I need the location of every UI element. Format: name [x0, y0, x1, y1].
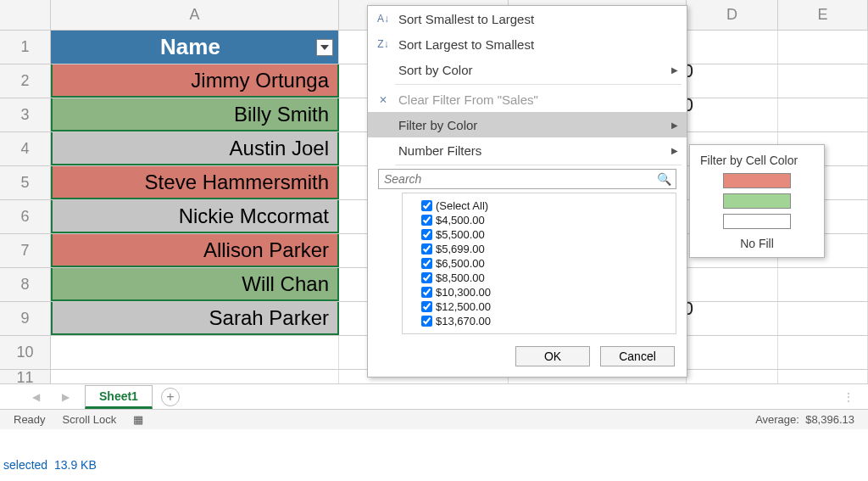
row-header-9[interactable]: 9	[0, 302, 51, 335]
tab-nav-prev[interactable]: ◀	[25, 391, 47, 403]
color-swatch-red[interactable]	[723, 173, 791, 188]
filter-search: 🔍	[378, 169, 676, 189]
menu-sort-asc[interactable]: A↓ Sort Smallest to Largest	[368, 6, 687, 31]
add-sheet-button[interactable]: +	[161, 388, 180, 406]
sort-asc-icon: A↓	[375, 13, 392, 25]
status-ready: Ready	[14, 413, 46, 426]
filter-value-item[interactable]: $13,670.00	[409, 314, 669, 328]
filter-value-checkbox[interactable]	[421, 200, 432, 211]
cell-A10[interactable]	[51, 336, 339, 369]
cell-A8[interactable]: Will Chan	[51, 268, 339, 301]
color-swatch-white[interactable]	[723, 214, 791, 229]
filter-value-item[interactable]: $10,300.00	[409, 285, 669, 299]
cell-A5[interactable]: Steve Hammersmith	[51, 166, 339, 199]
selection-footer: selected 13.9 KB	[3, 458, 97, 472]
filter-value-item[interactable]: $5,500.00	[409, 227, 669, 242]
cell-E2[interactable]	[778, 64, 868, 98]
menu-number-filters[interactable]: Number Filters ▶	[368, 137, 687, 163]
filter-value-checkbox[interactable]	[421, 316, 432, 327]
tab-nav-next[interactable]: ▶	[55, 391, 76, 403]
filter-value-checkbox[interactable]	[421, 272, 432, 283]
filter-value-checkbox[interactable]	[421, 258, 432, 269]
cell-A7[interactable]: Allison Parker	[51, 234, 339, 267]
row-header-3[interactable]: 3	[0, 98, 51, 131]
filter-value-checkbox[interactable]	[421, 287, 432, 298]
sheet-tab-bar: ◀ ▶ Sheet1 + ⋮	[0, 383, 868, 409]
search-icon: 🔍	[657, 172, 671, 186]
menu-clear-filter: ⨯ Clear Filter From "Sales"	[368, 87, 687, 112]
filter-by-color-submenu: Filter by Cell Color No Fill	[689, 144, 825, 258]
submenu-title: Filter by Cell Color	[690, 150, 824, 171]
cancel-button[interactable]: Cancel	[600, 346, 675, 366]
filter-value-item[interactable]: $12,500.00	[409, 299, 669, 314]
filter-value-item[interactable]: $8,500.00	[409, 271, 669, 285]
submenu-arrow-icon: ▶	[671, 146, 678, 155]
col-header-A[interactable]: A	[51, 0, 339, 30]
row-header-4[interactable]: 4	[0, 132, 51, 165]
clear-filter-icon: ⨯	[375, 93, 392, 105]
status-scroll-lock: Scroll Lock	[63, 413, 117, 426]
filter-search-input[interactable]	[378, 169, 676, 189]
cell-A3[interactable]: Billy Smith	[51, 98, 339, 131]
cell-E3[interactable]	[778, 98, 868, 131]
ok-button[interactable]: OK	[515, 346, 590, 366]
sort-desc-icon: Z↓	[375, 38, 392, 50]
status-bar: Ready Scroll Lock ▦ Average: $8,396.13	[0, 409, 868, 429]
row-header-6[interactable]: 6	[0, 200, 51, 233]
cell-A1[interactable]: Name	[51, 31, 339, 64]
filter-value-label: $12,500.00	[436, 300, 491, 313]
filter-button-name[interactable]	[316, 39, 333, 56]
cell-D8[interactable]	[687, 268, 778, 301]
filter-value-label: $8,500.00	[436, 271, 485, 284]
filter-value-item[interactable]: $5,699.00	[409, 242, 669, 256]
menu-separator	[395, 165, 682, 165]
filter-dropdown-menu: A↓ Sort Smallest to Largest Z↓ Sort Larg…	[367, 5, 687, 378]
row-header-8[interactable]: 8	[0, 268, 51, 301]
record-macro-icon[interactable]: ▦	[133, 413, 143, 426]
menu-separator	[395, 84, 682, 85]
tab-options-icon[interactable]: ⋮	[843, 390, 854, 404]
cell-E8[interactable]	[778, 268, 868, 301]
filter-value-item[interactable]: $4,500.00	[409, 213, 669, 227]
col-header-D[interactable]: D	[687, 0, 778, 30]
sheet-tab-active[interactable]: Sheet1	[85, 385, 153, 409]
cell-A9[interactable]: Sarah Parker	[51, 302, 339, 335]
header-name-label: Name	[160, 34, 220, 60]
row-header-2[interactable]: 2	[0, 64, 51, 98]
filter-value-label: (Select All)	[436, 199, 488, 212]
filter-value-label: $10,300.00	[436, 286, 491, 299]
row-header-7[interactable]: 7	[0, 234, 51, 267]
color-swatch-green[interactable]	[723, 193, 791, 209]
status-average: Average: $8,396.13	[755, 413, 854, 426]
menu-filter-by-color[interactable]: Filter by Color ▶	[368, 112, 687, 137]
cell-E1[interactable]	[778, 31, 868, 64]
row-header-1[interactable]: 1	[0, 31, 51, 64]
cell-D1[interactable]	[687, 31, 778, 64]
cell-E10[interactable]	[778, 336, 868, 369]
cell-A6[interactable]: Nickie Mccormat	[51, 200, 339, 233]
submenu-arrow-icon: ▶	[671, 120, 678, 130]
select-all-corner[interactable]	[0, 0, 51, 30]
cell-A4[interactable]: Austin Joel	[51, 132, 339, 165]
filter-value-checkbox[interactable]	[421, 229, 432, 240]
filter-value-checkbox[interactable]	[421, 243, 432, 254]
cell-D3[interactable]	[687, 98, 778, 131]
cell-D9[interactable]	[687, 302, 778, 335]
filter-value-checkbox[interactable]	[421, 215, 432, 226]
submenu-arrow-icon: ▶	[671, 65, 678, 75]
cell-A2[interactable]: Jimmy Ortunga	[51, 64, 339, 98]
no-fill-option[interactable]: No Fill	[690, 232, 824, 252]
menu-sort-desc[interactable]: Z↓ Sort Largest to Smallest	[368, 31, 687, 57]
filter-value-item[interactable]: (Select All)	[409, 199, 669, 213]
filter-value-checkbox[interactable]	[421, 301, 432, 312]
filter-value-item[interactable]: $6,500.00	[409, 256, 669, 271]
menu-sort-by-color[interactable]: Sort by Color ▶	[368, 57, 687, 82]
col-header-E[interactable]: E	[778, 0, 868, 30]
cell-E9[interactable]	[778, 302, 868, 335]
cell-D2[interactable]	[687, 64, 778, 98]
filter-value-label: $4,500.00	[436, 214, 485, 227]
filter-values-tree: (Select All)$4,500.00$5,500.00$5,699.00$…	[402, 193, 676, 334]
cell-D10[interactable]	[687, 336, 778, 369]
row-header-10[interactable]: 10	[0, 336, 51, 369]
row-header-5[interactable]: 5	[0, 166, 51, 199]
